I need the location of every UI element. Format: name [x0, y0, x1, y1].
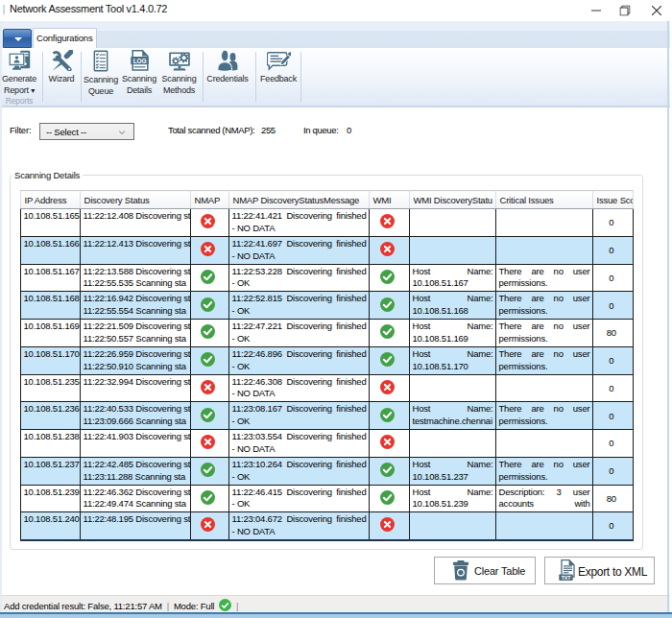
svg-text:LOG: LOG: [132, 58, 146, 64]
svg-text:TXT: TXT: [562, 575, 571, 581]
